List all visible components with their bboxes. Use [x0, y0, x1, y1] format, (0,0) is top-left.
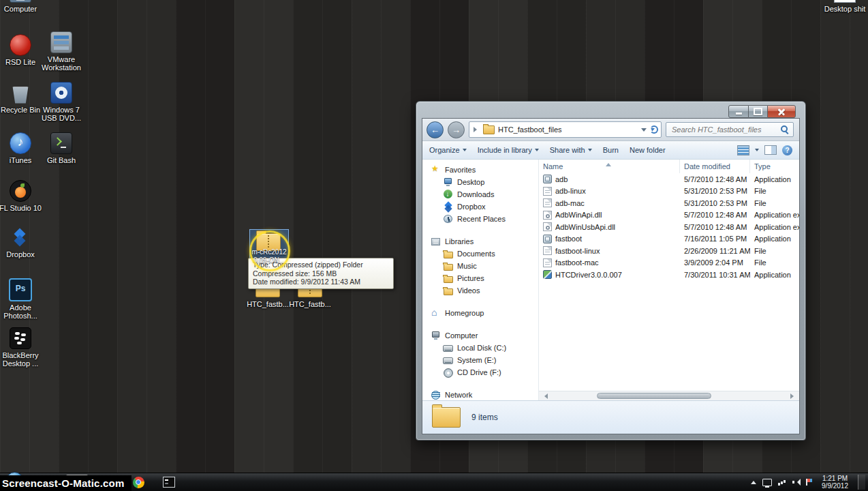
search-input[interactable] — [670, 125, 781, 134]
column-header-date-modified[interactable]: Date modified — [680, 160, 750, 173]
taskbar-button-cmd[interactable] — [158, 475, 180, 490]
sidebar-item-desktop[interactable]: Desktop — [422, 176, 538, 188]
taskbar-clock[interactable]: 1:21 PM 9/9/2012 — [818, 475, 852, 490]
horizontal-scrollbar[interactable] — [539, 391, 799, 400]
sidebar-item-libraries[interactable]: Libraries — [422, 235, 538, 248]
file-row[interactable]: HTCDriver3.0.0.007 7/30/2011 10:31 AM Ap… — [539, 269, 799, 281]
videos-library-icon — [443, 286, 453, 295]
address-bar[interactable]: HTC_fastboot_files — [469, 121, 662, 138]
network-icon — [431, 390, 441, 400]
file-date: 3/9/2009 2:04 PM — [680, 258, 750, 267]
desktop-icon-rsd-lite[interactable]: RSD Lite — [0, 34, 42, 66]
file-row[interactable]: adb-mac 5/31/2010 2:53 PM File — [539, 197, 799, 209]
preview-pane-icon[interactable] — [764, 145, 777, 155]
sidebar-item-music[interactable]: Music — [422, 260, 538, 272]
generic-file-icon — [543, 258, 552, 267]
address-dropdown-icon[interactable] — [641, 128, 647, 134]
search-box[interactable] — [666, 122, 794, 137]
desktop-icon-computer[interactable]: Computer — [0, 0, 42, 13]
help-icon[interactable] — [782, 145, 792, 155]
back-button[interactable] — [427, 121, 444, 138]
maximize-button[interactable] — [749, 105, 767, 118]
sidebar-item-local-disk-c[interactable]: Local Disk (C:) — [422, 342, 538, 354]
sidebar-item-recent-places[interactable]: Recent Places — [422, 213, 538, 225]
cd-drive-icon — [443, 368, 453, 377]
desktop-icon-label: Adobe Photosh... — [0, 303, 42, 320]
sidebar-item-network[interactable]: Network — [422, 389, 538, 400]
close-button[interactable] — [767, 105, 796, 118]
desktop-icon-desktop-shit[interactable]: Desktop shit — [823, 0, 867, 13]
generic-file-icon — [543, 198, 552, 207]
file-row[interactable]: fastboot-mac 3/9/2009 2:04 PM File — [539, 257, 799, 269]
sidebar-item-pictures[interactable]: Pictures — [422, 272, 538, 284]
desktop-icon-windows7-usb-dvd[interactable]: Windows 7 USB DVD... — [40, 82, 83, 122]
minimize-button[interactable] — [728, 105, 749, 118]
scrollbar-thumb[interactable] — [597, 393, 711, 399]
sidebar-item-homegroup[interactable]: Homegroup — [422, 307, 538, 319]
command-prompt-icon — [163, 477, 175, 488]
column-header-type[interactable]: Type — [750, 160, 799, 173]
show-desktop-button[interactable] — [858, 475, 865, 490]
recent-places-icon — [443, 214, 453, 224]
desktop-icon-dropbox[interactable]: Dropbox — [0, 228, 42, 258]
desktop: Computer RSD Lite VMware Workstation Rec… — [0, 0, 868, 491]
desktop-icon-recycle-bin[interactable]: Recycle Bin — [0, 83, 42, 114]
file-name: adb-mac — [555, 199, 585, 207]
column-label: Date modified — [684, 162, 730, 170]
breadcrumb[interactable]: HTC_fastboot_files — [498, 125, 562, 134]
refresh-icon[interactable] — [650, 125, 658, 134]
sidebar-item-downloads[interactable]: Downloads — [422, 188, 538, 200]
file-row[interactable]: adb 5/7/2010 12:48 AM Application — [539, 173, 799, 185]
network-icon[interactable] — [778, 479, 786, 486]
desktop-icon-vmware[interactable]: VMware Workstation — [40, 31, 83, 72]
file-row[interactable]: fastboot-linux 2/26/2009 11:21 AM File — [539, 245, 799, 257]
chevron-down-icon — [463, 149, 467, 153]
file-row[interactable]: AdbWinApi.dll 5/7/2010 12:48 AM Applicat… — [539, 209, 799, 222]
file-type: Application — [750, 235, 799, 243]
sidebar-item-dropbox[interactable]: Dropbox — [422, 200, 538, 213]
change-view-icon[interactable] — [737, 145, 749, 155]
sidebar-item-favorites[interactable]: Favorites — [422, 164, 538, 176]
desktop-icon-itunes[interactable]: iTunes — [0, 132, 42, 164]
desktop-icon-label: HTC_fastb... — [246, 300, 290, 308]
sidebar-item-system-e[interactable]: System (E:) — [422, 354, 538, 366]
application-file-icon — [543, 235, 552, 243]
desktop-icon-git-bash[interactable]: Git Bash — [40, 132, 83, 164]
desktop-icon-label: Computer — [0, 5, 42, 13]
include-in-library-button[interactable]: Include in library — [478, 146, 539, 154]
sidebar-item-cd-drive-f[interactable]: CD Drive (F:) — [422, 366, 538, 378]
organize-button[interactable]: Organize — [429, 146, 467, 154]
desktop-icon-blackberry[interactable]: BlackBerry Desktop ... — [0, 327, 42, 368]
sidebar-item-documents[interactable]: Documents — [422, 248, 538, 260]
sidebar-item-videos[interactable]: Videos — [422, 284, 538, 297]
forward-button[interactable] — [448, 121, 465, 138]
sidebar-item-computer[interactable]: Computer — [422, 329, 538, 342]
share-with-button[interactable]: Share with — [550, 146, 592, 154]
new-folder-button[interactable]: New folder — [630, 146, 666, 154]
scroll-left-icon[interactable] — [542, 393, 548, 399]
action-center-flag-icon[interactable] — [806, 479, 812, 486]
sidebar-item-label: CD Drive (F:) — [457, 368, 501, 376]
chevron-down-icon[interactable] — [755, 149, 759, 153]
column-header-name[interactable]: Name — [539, 160, 680, 173]
file-name: adb — [555, 175, 568, 183]
show-hidden-icons-icon[interactable] — [751, 478, 756, 484]
generic-file-icon — [543, 187, 552, 196]
blackberry-icon — [10, 327, 31, 349]
screencast-watermark: Screencast-O-Matic.com — [0, 475, 131, 491]
burn-button[interactable]: Burn — [603, 146, 619, 154]
file-row[interactable]: adb-linux 5/31/2010 2:53 PM File — [539, 185, 799, 198]
chevron-down-icon — [588, 149, 592, 153]
git-bash-icon — [50, 132, 72, 154]
explorer-main: Favorites Desktop Downloads Dropbox Rece… — [422, 160, 799, 400]
search-icon[interactable] — [781, 125, 789, 134]
volume-icon[interactable] — [792, 479, 800, 486]
file-row[interactable]: fastboot 7/16/2011 1:05 PM Application — [539, 233, 799, 246]
file-row[interactable]: AdbWinUsbApi.dll 5/7/2010 12:48 AM Appli… — [539, 221, 799, 233]
desktop-icon-fl-studio[interactable]: FL Studio 10 — [0, 180, 42, 212]
display-icon[interactable] — [762, 479, 772, 486]
hard-drive-icon — [443, 343, 453, 353]
scroll-right-icon[interactable] — [790, 393, 796, 399]
generic-file-icon — [543, 246, 552, 255]
desktop-icon-photoshop[interactable]: Adobe Photosh... — [0, 278, 42, 320]
